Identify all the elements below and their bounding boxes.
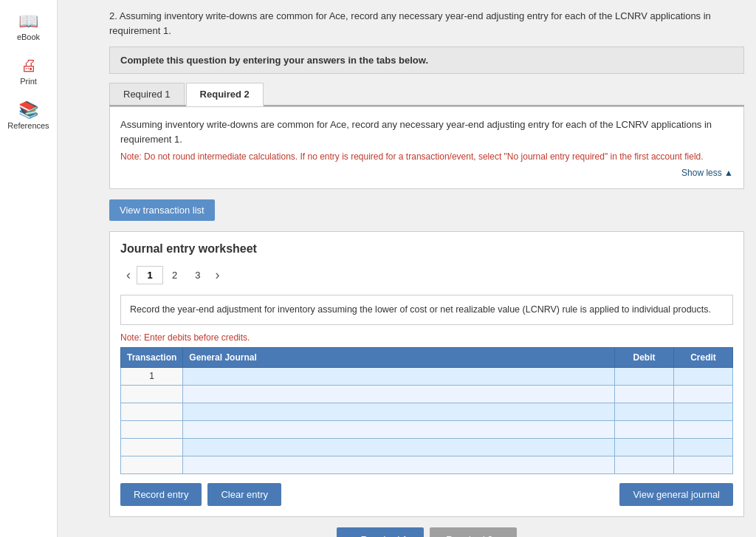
sidebar-item-ebook[interactable]: 📖 eBook bbox=[0, 7, 57, 46]
table-row: 1 bbox=[121, 367, 733, 385]
debit-input[interactable] bbox=[615, 368, 673, 385]
page-1[interactable]: 1 bbox=[137, 266, 163, 284]
main-content: 1 2. Assuming inventory write-downs are … bbox=[58, 0, 756, 537]
debit-cell[interactable] bbox=[615, 420, 674, 438]
debit-cell[interactable] bbox=[615, 385, 674, 403]
tab-required1[interactable]: Required 1 bbox=[109, 83, 185, 105]
sidebar: 📖 eBook 🖨 Print 📚 References bbox=[0, 0, 58, 537]
credit-cell[interactable] bbox=[674, 403, 733, 420]
show-less-button[interactable]: Show less ▲ bbox=[120, 168, 733, 178]
references-icon: 📚 bbox=[18, 100, 38, 120]
credit-cell[interactable] bbox=[674, 367, 733, 385]
view-general-journal-button[interactable]: View general journal bbox=[619, 483, 733, 506]
tab-bar: Required 1 Required 2 bbox=[109, 83, 744, 106]
bottom-required2-button[interactable]: Required 2 › bbox=[430, 527, 517, 537]
ebook-icon: 📖 bbox=[18, 12, 38, 31]
table-row bbox=[121, 403, 733, 420]
general-journal-input[interactable] bbox=[183, 439, 614, 456]
general-journal-input[interactable] bbox=[183, 421, 614, 438]
prev-page-button[interactable]: ‹ bbox=[120, 264, 137, 286]
debit-cell[interactable] bbox=[615, 456, 674, 473]
instruction-text: Complete this question by entering your … bbox=[120, 55, 428, 66]
general-journal-input[interactable] bbox=[183, 368, 614, 385]
print-icon: 🖨 bbox=[21, 56, 37, 75]
credit-cell[interactable] bbox=[674, 385, 733, 403]
col-header-credit: Credit bbox=[674, 347, 733, 367]
debit-cell[interactable] bbox=[615, 403, 674, 420]
debit-cell[interactable] bbox=[615, 438, 674, 456]
col-header-general-journal: General Journal bbox=[183, 347, 615, 367]
page-2[interactable]: 2 bbox=[163, 267, 186, 284]
right-arrow-icon: › bbox=[498, 534, 501, 537]
table-row bbox=[121, 456, 733, 473]
transaction-cell bbox=[121, 456, 183, 473]
transaction-cell bbox=[121, 385, 183, 403]
general-journal-cell[interactable] bbox=[183, 403, 615, 420]
transaction-cell bbox=[121, 420, 183, 438]
general-journal-input[interactable] bbox=[183, 386, 614, 403]
tab-required2[interactable]: Required 2 bbox=[186, 83, 264, 106]
question-text: 2. Assuming inventory write-downs are co… bbox=[109, 9, 744, 38]
debit-input[interactable] bbox=[615, 421, 673, 438]
credit-cell[interactable] bbox=[674, 438, 733, 456]
question-number: 2. bbox=[109, 10, 117, 21]
bottom-required1-button[interactable]: ‹ Required 1 bbox=[337, 527, 424, 537]
record-entry-button[interactable]: Record entry bbox=[120, 483, 202, 506]
col-header-transaction: Transaction bbox=[121, 347, 183, 367]
general-journal-cell[interactable] bbox=[183, 367, 615, 385]
transaction-cell bbox=[121, 438, 183, 456]
credit-cell[interactable] bbox=[674, 420, 733, 438]
credit-cell[interactable] bbox=[674, 456, 733, 473]
journal-table: Transaction General Journal Debit Credit… bbox=[120, 347, 733, 474]
table-row bbox=[121, 420, 733, 438]
panel-note: Note: Do not round intermediate calculat… bbox=[120, 151, 733, 163]
debit-cell[interactable] bbox=[615, 367, 674, 385]
debit-input[interactable] bbox=[615, 386, 673, 403]
bottom-req1-label: Required 1 bbox=[360, 534, 408, 537]
debit-input[interactable] bbox=[615, 456, 673, 473]
col-header-debit: Debit bbox=[615, 347, 674, 367]
credit-input[interactable] bbox=[674, 368, 732, 385]
action-buttons: Record entry Clear entry View general jo… bbox=[120, 483, 733, 506]
sidebar-item-print[interactable]: 🖨 Print bbox=[0, 52, 57, 90]
credit-input[interactable] bbox=[674, 456, 732, 473]
general-journal-input[interactable] bbox=[183, 456, 614, 473]
credit-input[interactable] bbox=[674, 439, 732, 456]
page-navigation: ‹ 1 2 3 › bbox=[120, 264, 733, 286]
credit-input[interactable] bbox=[674, 386, 732, 403]
table-row bbox=[121, 385, 733, 403]
general-journal-input[interactable] bbox=[183, 403, 614, 420]
left-arrow-icon: ‹ bbox=[353, 534, 356, 537]
transaction-cell bbox=[121, 403, 183, 420]
sidebar-ebook-label: eBook bbox=[17, 33, 40, 41]
sidebar-item-references[interactable]: 📚 References bbox=[0, 96, 57, 134]
question-number-badge: 1 bbox=[58, 7, 65, 48]
question-body: Assuming inventory write-downs are commo… bbox=[109, 10, 711, 36]
general-journal-cell[interactable] bbox=[183, 438, 615, 456]
worksheet-container: Journal entry worksheet ‹ 1 2 3 › Record… bbox=[109, 231, 744, 517]
sidebar-print-label: Print bbox=[20, 77, 37, 86]
page-3[interactable]: 3 bbox=[186, 267, 209, 284]
bottom-req2-label: Required 2 bbox=[446, 534, 493, 537]
note-debits: Note: Enter debits before credits. bbox=[120, 332, 733, 343]
general-journal-cell[interactable] bbox=[183, 420, 615, 438]
worksheet-title: Journal entry worksheet bbox=[120, 242, 733, 256]
credit-input[interactable] bbox=[674, 421, 732, 438]
general-journal-cell[interactable] bbox=[183, 385, 615, 403]
credit-input[interactable] bbox=[674, 403, 732, 420]
table-row bbox=[121, 438, 733, 456]
debit-input[interactable] bbox=[615, 439, 673, 456]
panel-description: Assuming inventory write-downs are commo… bbox=[120, 117, 733, 146]
content-panel: Assuming inventory write-downs are commo… bbox=[109, 106, 744, 189]
view-transaction-button[interactable]: View transaction list bbox=[109, 199, 215, 221]
record-description: Record the year-end adjustment for inven… bbox=[120, 295, 733, 325]
bottom-navigation: ‹ Required 1 Required 2 › bbox=[109, 517, 744, 537]
instruction-box: Complete this question by entering your … bbox=[109, 47, 744, 74]
general-journal-cell[interactable] bbox=[183, 456, 615, 473]
debit-input[interactable] bbox=[615, 403, 673, 420]
next-page-button[interactable]: › bbox=[209, 264, 225, 286]
transaction-cell: 1 bbox=[121, 367, 183, 385]
sidebar-references-label: References bbox=[7, 121, 49, 130]
clear-entry-button[interactable]: Clear entry bbox=[207, 483, 281, 506]
